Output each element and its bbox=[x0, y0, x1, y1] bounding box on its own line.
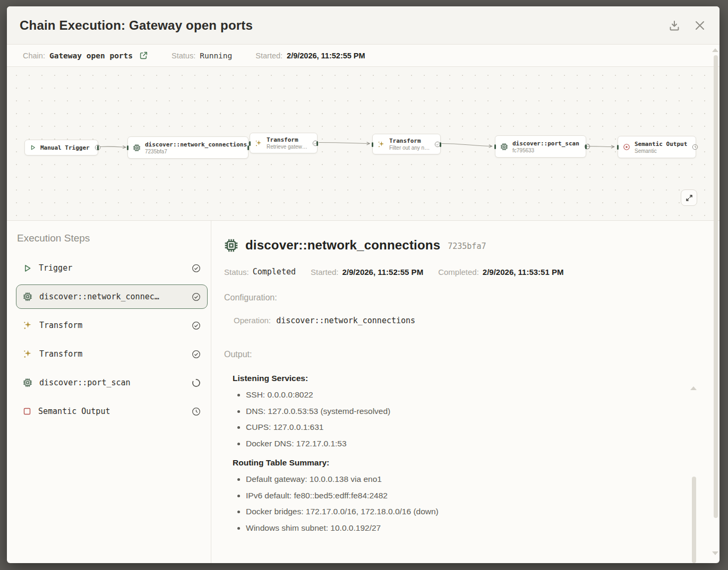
bottom-section: Execution Steps Trigger discover::netwo bbox=[7, 221, 720, 563]
output-label: Output: bbox=[224, 350, 698, 359]
detail-hash: 7235bfa7 bbox=[448, 241, 486, 251]
operation-row: Operation: discover::network_connections bbox=[234, 316, 698, 325]
configuration-label: Configuration: bbox=[224, 293, 698, 303]
node-discover-network-connections[interactable]: discover::network_connections 7235bfa7 bbox=[127, 136, 249, 159]
node-manual-trigger[interactable]: Manual Trigger bbox=[24, 140, 98, 156]
step-trigger[interactable]: Trigger bbox=[16, 256, 208, 280]
chip-icon bbox=[500, 143, 508, 151]
node-title: discover::network_connections bbox=[145, 141, 247, 148]
steps-list: Trigger discover::network_connec… bbox=[16, 256, 208, 424]
edge-handle bbox=[440, 142, 441, 147]
close-button[interactable] bbox=[691, 16, 709, 34]
node-subtitle: Retrieve gatew… bbox=[267, 144, 307, 150]
node-semantic-output[interactable]: Semantic Output Semantic bbox=[618, 136, 696, 158]
check-circle-icon bbox=[192, 321, 201, 330]
output-item: DNS: 127.0.0.53:53 (systemd-resolved) bbox=[246, 407, 698, 417]
target-icon bbox=[623, 143, 630, 151]
sparkle-icon bbox=[23, 321, 32, 330]
execution-steps-panel: Execution Steps Trigger discover::netwo bbox=[7, 221, 211, 563]
output-list: SSH: 0.0.0.0:8022DNS: 127.0.0.53:53 (sys… bbox=[233, 390, 698, 448]
step-label: Transform bbox=[39, 349, 192, 359]
output-item: CUPS: 127.0.0.1:631 bbox=[246, 422, 698, 433]
play-icon bbox=[23, 264, 32, 273]
detail-completed-value: 2/9/2026, 11:53:51 PM bbox=[483, 267, 564, 277]
modal-scrollbar-thumb[interactable] bbox=[714, 55, 718, 518]
step-label: discover::network_connec… bbox=[39, 292, 192, 301]
step-detail-panel: discover::network_connections 7235bfa7 S… bbox=[211, 221, 720, 563]
output-scroll-up-icon[interactable] bbox=[690, 386, 697, 390]
execution-steps-heading: Execution Steps bbox=[17, 232, 208, 244]
node-title: Transform bbox=[267, 136, 307, 143]
chain-execution-modal: Chain Execution: Gateway open ports Chai… bbox=[7, 6, 720, 563]
edge-layer bbox=[7, 67, 720, 220]
step-transform-2[interactable]: Transform bbox=[16, 342, 208, 366]
detail-completed-label: Completed: bbox=[438, 267, 479, 277]
node-subtitle: Filter out any n… bbox=[389, 145, 430, 151]
node-title: Semantic Output bbox=[635, 141, 687, 148]
step-label: Transform bbox=[39, 321, 192, 330]
node-subtitle: Semantic bbox=[635, 148, 687, 154]
expand-canvas-button[interactable] bbox=[681, 189, 697, 206]
edge-handle bbox=[127, 145, 129, 150]
edge-handle bbox=[97, 145, 99, 150]
modal-scroll-up-icon[interactable] bbox=[712, 48, 718, 52]
step-discover-port-scan[interactable]: discover::port_scan bbox=[16, 370, 208, 395]
check-circle-icon bbox=[192, 292, 201, 301]
detail-started-label: Started: bbox=[311, 267, 339, 277]
download-icon bbox=[668, 19, 681, 32]
node-transform-1[interactable]: Transform Retrieve gatew… bbox=[250, 133, 318, 153]
play-icon bbox=[30, 144, 36, 151]
node-discover-port-scan[interactable]: discover::port_scan fc795633 bbox=[495, 135, 586, 158]
node-subtitle: 7235bfa7 bbox=[145, 149, 247, 154]
output-scrollbar-thumb[interactable] bbox=[692, 477, 696, 563]
clock-icon bbox=[692, 144, 698, 150]
chip-icon bbox=[23, 378, 32, 387]
output-section-heading: Listening Services: bbox=[233, 374, 698, 383]
check-circle-icon bbox=[192, 264, 201, 273]
status-value: Running bbox=[200, 51, 232, 60]
external-link-icon bbox=[139, 51, 148, 60]
node-title: discover::port_scan bbox=[512, 140, 579, 147]
expand-icon bbox=[685, 194, 693, 202]
run-info-bar: Chain: Gateway open ports Status: Runnin… bbox=[7, 45, 720, 67]
output-item: Docker DNS: 172.17.0.1:53 bbox=[246, 439, 698, 449]
open-chain-link[interactable] bbox=[139, 51, 148, 60]
step-discover-network-connections[interactable]: discover::network_connec… bbox=[16, 284, 208, 309]
output-item: SSH: 0.0.0.0:8022 bbox=[246, 390, 698, 400]
step-transform-1[interactable]: Transform bbox=[16, 313, 208, 338]
chain-name: Gateway open ports bbox=[49, 51, 133, 60]
started-label: Started: bbox=[255, 51, 282, 60]
chip-icon bbox=[23, 292, 32, 301]
output-item: Docker bridges: 172.17.0.0/16, 172.18.0.… bbox=[246, 507, 698, 517]
step-label: Trigger bbox=[39, 263, 192, 273]
flow-canvas[interactable]: Manual Trigger discover::network_connect… bbox=[7, 67, 720, 221]
detail-status-label: Status: bbox=[224, 267, 249, 277]
check-circle-icon bbox=[192, 350, 201, 359]
output-content[interactable]: Listening Services: SSH: 0.0.0.0:8022DNS… bbox=[233, 374, 698, 533]
edge-handle bbox=[585, 144, 587, 149]
download-button[interactable] bbox=[665, 16, 683, 34]
sparkle-icon bbox=[255, 140, 262, 147]
chip-icon bbox=[133, 144, 141, 152]
node-subtitle: fc795633 bbox=[512, 148, 579, 153]
step-semantic-output[interactable]: Semantic Output bbox=[16, 399, 208, 424]
edge-handle bbox=[316, 141, 318, 146]
modal-scroll-down-icon[interactable] bbox=[712, 551, 718, 555]
node-transform-2[interactable]: Transform Filter out any n… bbox=[372, 134, 441, 154]
started-value: 2/9/2026, 11:52:55 PM bbox=[287, 51, 365, 60]
detail-status-value: Completed bbox=[253, 267, 296, 277]
modal-header: Chain Execution: Gateway open ports bbox=[7, 6, 720, 45]
chain-label: Chain: bbox=[23, 51, 45, 60]
clock-icon bbox=[192, 407, 201, 416]
detail-title: discover::network_connections bbox=[245, 238, 440, 253]
output-section-heading: Routing Table Summary: bbox=[233, 458, 698, 468]
spinner-icon bbox=[192, 378, 201, 387]
detail-status-row: Status: Completed Started: 2/9/2026, 11:… bbox=[224, 267, 698, 277]
edge-handle bbox=[494, 144, 496, 149]
step-label: discover::port_scan bbox=[39, 378, 192, 387]
semantic-square-icon bbox=[23, 407, 31, 416]
edge-handle bbox=[372, 142, 373, 147]
chip-icon bbox=[224, 238, 238, 253]
sparkle-icon bbox=[378, 141, 385, 148]
operation-label: Operation: bbox=[234, 316, 271, 325]
